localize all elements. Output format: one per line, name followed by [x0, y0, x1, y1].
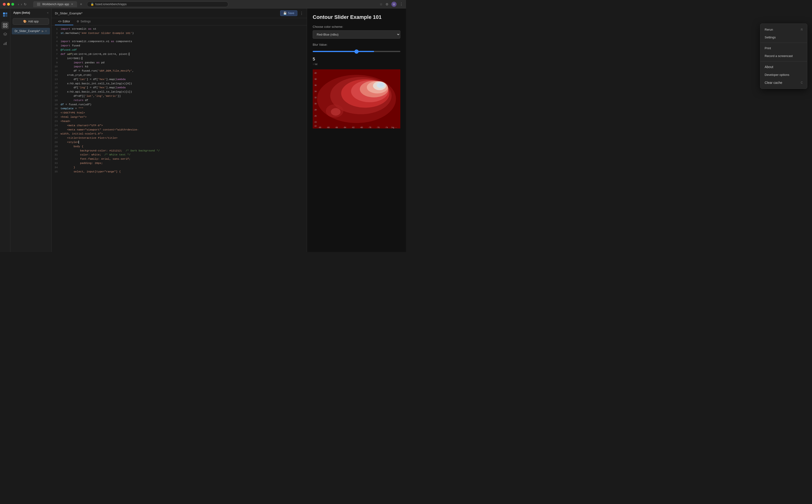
svg-text:26: 26: [314, 115, 317, 117]
back-icon[interactable]: ‹: [18, 2, 19, 6]
forward-icon[interactable]: ›: [21, 2, 22, 6]
svg-text:24: 24: [314, 121, 317, 123]
sidebar-item-chart[interactable]: [1, 40, 9, 47]
code-line-13: 13 df['lat'] = df['hex'].map(lambda: [52, 77, 307, 81]
menu-icon[interactable]: ⋮: [399, 2, 403, 6]
svg-rect-8: [4, 44, 4, 45]
contour-svg: 40 38 36 34 32 30 28 26 24 22 -90 -88 -8…: [313, 66, 400, 132]
app-list-item[interactable]: Dr_Slider_Example* ▶ ✕: [12, 28, 50, 34]
svg-text:-82: -82: [352, 126, 354, 129]
code-line-14: 14 x:h3.api.basic_int.cell_to_latlng(x)[…: [52, 81, 307, 86]
tab-editor[interactable]: <> Editor: [55, 18, 73, 25]
sidebar-item-layers[interactable]: [1, 31, 9, 38]
code-editor[interactable]: 1import streamlit as st 2st.markdown('##…: [52, 25, 307, 252]
profile-icon[interactable]: U: [391, 2, 396, 7]
svg-rect-2: [3, 15, 5, 17]
svg-text:38: 38: [314, 78, 317, 80]
code-line-27: 27 <title>Interactive Plot</title>: [52, 136, 307, 140]
code-line-18: 18 return df: [52, 98, 307, 102]
code-line-23: 23<head>: [52, 119, 307, 123]
code-line-8: 8 int=500):: [52, 56, 307, 61]
svg-rect-7: [6, 26, 7, 27]
svg-text:40: 40: [314, 72, 317, 74]
code-line-16: 16 x:h3.api.basic_int.cell_to_latlng(x)[…: [52, 90, 307, 94]
editor-filename: Dr_Slider_Example*: [55, 12, 82, 15]
lock-icon: 🔒: [90, 3, 94, 6]
sidebar-item-apps[interactable]: [1, 22, 9, 29]
browser-chrome: ‹ › ↻ Workbench Apps app ✕ + 🔒 fused.io/…: [0, 0, 406, 8]
svg-text:34: 34: [314, 90, 317, 93]
svg-text:-80: -80: [360, 126, 363, 129]
slider-value: 5: [313, 57, 400, 62]
svg-point-24: [379, 83, 384, 86]
color-scheme-label: Choose color scheme:: [313, 25, 400, 28]
preview-title: Contour Slider Example 101: [313, 14, 400, 20]
editor-tab-label: Editor: [63, 20, 70, 23]
browser-minimize-btn[interactable]: [7, 3, 10, 6]
svg-rect-4: [3, 24, 5, 25]
svg-rect-9: [5, 43, 5, 45]
blur-slider[interactable]: [313, 51, 400, 52]
sidebar-logo[interactable]: [1, 11, 9, 18]
extensions-icon[interactable]: ⚙: [385, 2, 388, 6]
code-line-34: 34 }: [52, 165, 307, 170]
editor-menu-button[interactable]: ⋮: [300, 11, 303, 16]
code-line-10: 10 import h3: [52, 65, 307, 69]
tab-settings[interactable]: ⚙ Settings: [73, 18, 94, 25]
editor-tabs: <> Editor ⚙ Settings: [52, 18, 307, 25]
collapse-panel-btn[interactable]: «: [47, 11, 49, 14]
browser-actions: ☆ ⚙ U ⋮: [379, 2, 403, 7]
svg-text:30: 30: [314, 102, 317, 105]
code-line-26: 26width, initial-scale=1.0">: [52, 132, 307, 136]
tab-title: Workbench Apps app: [42, 3, 69, 6]
browser-tab[interactable]: Workbench Apps app ✕: [33, 1, 77, 7]
browser-close-btn[interactable]: [3, 3, 6, 6]
svg-text:-86: -86: [335, 126, 338, 129]
color-scheme-select[interactable]: Red-Blue (rdbu): [313, 30, 400, 39]
svg-text:-74: -74: [385, 126, 388, 129]
svg-text:36: 36: [314, 84, 317, 86]
add-app-button[interactable]: 🎨 Add app: [13, 18, 49, 25]
tab-close-btn[interactable]: ✕: [71, 3, 73, 6]
blur-label: Blur Value:: [313, 43, 400, 46]
svg-rect-1: [5, 12, 7, 14]
editor-header: Dr_Slider_Example* 💾 Save ⋮: [52, 8, 307, 18]
address-bar[interactable]: 🔒 fused.io/workbench/apps: [87, 1, 228, 7]
svg-text:28: 28: [314, 109, 317, 111]
svg-text:32: 32: [314, 96, 317, 99]
new-tab-btn[interactable]: +: [80, 2, 82, 6]
app-name: Dr_Slider_Example*: [15, 29, 40, 33]
svg-text:22: 22: [314, 125, 317, 127]
svg-rect-10: [6, 42, 7, 45]
code-line-19: 19df = fused.run(udf): [52, 102, 307, 107]
code-line-31: 31 color: white; /* White text */: [52, 153, 307, 157]
svg-text:-78: -78: [368, 126, 371, 129]
browser-maximize-btn[interactable]: [11, 3, 14, 6]
svg-text:-76: -76: [377, 126, 379, 129]
browser-nav: ‹ › ↻: [18, 2, 27, 6]
svg-text:-88: -88: [327, 126, 330, 129]
bookmark-icon[interactable]: ☆: [379, 2, 383, 6]
svg-rect-6: [3, 26, 5, 27]
code-line-9: 9 import pandas as pd: [52, 61, 307, 65]
settings-tab-icon: ⚙: [77, 20, 79, 23]
app-list-actions: ▶ ✕: [42, 29, 47, 33]
editor-header-actions: 💾 Save ⋮: [280, 10, 303, 16]
run-icon[interactable]: ▶: [42, 29, 44, 33]
add-app-label: Add app: [28, 20, 39, 23]
preview-panel: Contour Slider Example 101 Choose color …: [307, 8, 406, 252]
reload-icon[interactable]: ↻: [24, 2, 27, 6]
close-app-icon[interactable]: ✕: [45, 29, 47, 33]
svg-text:-84: -84: [343, 126, 346, 129]
url-text: fused.io/workbench/apps: [95, 3, 127, 6]
code-line-28: 28 <style>: [52, 140, 307, 144]
svg-rect-3: [5, 15, 7, 17]
svg-rect-5: [6, 24, 7, 25]
save-button[interactable]: 💾 Save: [280, 10, 297, 16]
code-line-22: 22<html lang="en">: [52, 115, 307, 119]
code-line-12: 12 x=x0,y=y0,z=z0): [52, 73, 307, 77]
contour-map: 40 38 36 34 32 30 28 26 24 22 -90 -88 -8…: [313, 66, 400, 132]
svg-text:lng →: lng →: [391, 126, 397, 129]
code-line-21: 21<!DOCTYPE html>: [52, 111, 307, 115]
code-line-32: 32 font-family: Arial, sans-serif;: [52, 157, 307, 161]
